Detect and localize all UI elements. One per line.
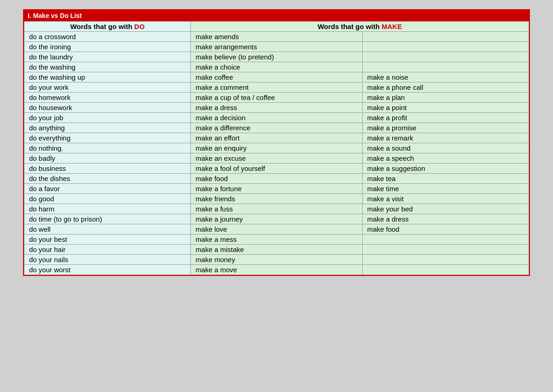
- table-row: make a move: [191, 265, 362, 275]
- table-row: do nothing.: [24, 143, 191, 153]
- header-make: Words that go with MAKE: [191, 22, 529, 32]
- table-row: make a suggestion: [362, 164, 529, 174]
- table-row: make a plan: [362, 93, 529, 103]
- header-make-text: Words that go with: [318, 23, 382, 30]
- table-row: make a mistake: [191, 245, 362, 255]
- table-row: do your nails: [24, 255, 191, 265]
- table-row: do homework: [24, 93, 191, 103]
- table-row: make an excuse: [191, 153, 362, 164]
- table-row: [362, 52, 529, 62]
- table-row: make an effort: [191, 133, 362, 143]
- table-row: do housework: [24, 103, 191, 113]
- table-row: make your bed: [362, 204, 529, 214]
- page-title: I. Make vs Do List: [28, 12, 82, 19]
- table-row: make food: [191, 174, 362, 184]
- table-row: do a crossword: [24, 32, 191, 42]
- table-row: do a favor: [24, 184, 191, 194]
- table-row: do harm: [24, 204, 191, 214]
- table-row: make a comment: [191, 82, 362, 93]
- table-row: do time (to go to prison): [24, 214, 191, 224]
- table-row: make a noise: [362, 72, 529, 82]
- table-row: make tea: [362, 174, 529, 184]
- table-row: make a speech: [362, 153, 529, 164]
- table-row: do your job: [24, 113, 191, 123]
- table-row: make a difference: [191, 123, 362, 133]
- header-do-text: Words that go with: [70, 23, 134, 30]
- table-row: do the laundry: [24, 52, 191, 62]
- table-row: [362, 255, 529, 265]
- table-row: make a promise: [362, 123, 529, 133]
- table-row: [362, 245, 529, 255]
- table-row: make a mess: [191, 234, 362, 245]
- table-row: [362, 265, 529, 275]
- table-row: do your hair: [24, 245, 191, 255]
- header-do-word: DO: [134, 23, 145, 30]
- table-row: do everything: [24, 133, 191, 143]
- table-row: do the ironing: [24, 42, 191, 52]
- table-row: make a point: [362, 103, 529, 113]
- table-row: make a sound: [362, 143, 529, 153]
- main-container: I. Make vs Do List Words that go with DO…: [23, 9, 530, 276]
- table-row: [362, 62, 529, 72]
- table-row: [362, 234, 529, 245]
- table-row: do well: [24, 224, 191, 234]
- table-row: do good: [24, 194, 191, 204]
- table-row: make friends: [191, 194, 362, 204]
- table-row: make a dress: [362, 214, 529, 224]
- table-wrapper: Words that go with DO Words that go with…: [24, 21, 529, 275]
- table-row: do the dishes: [24, 174, 191, 184]
- table-row: do anything: [24, 123, 191, 133]
- table-row: make a decision: [191, 113, 362, 123]
- table-row: make food: [362, 224, 529, 234]
- header-do: Words that go with DO: [24, 22, 191, 32]
- table-row: make believe (to pretend): [191, 52, 362, 62]
- table-row: do the washing up: [24, 72, 191, 82]
- table-row: do business: [24, 164, 191, 174]
- table-row: make a journey: [191, 214, 362, 224]
- table-row: make amends: [191, 32, 362, 42]
- title-bar: I. Make vs Do List: [24, 10, 529, 21]
- table-row: make a phone call: [362, 82, 529, 93]
- table-row: do your best: [24, 234, 191, 245]
- table-row: make a cup of tea / coffee: [191, 93, 362, 103]
- table-row: [362, 32, 529, 42]
- table-row: make love: [191, 224, 362, 234]
- table-row: [362, 42, 529, 52]
- table-row: do badly: [24, 153, 191, 164]
- table-row: make money: [191, 255, 362, 265]
- table-row: do your worst: [24, 265, 191, 275]
- table-row: make a dress: [191, 103, 362, 113]
- table-row: make a choice: [191, 62, 362, 72]
- table-row: do your work: [24, 82, 191, 93]
- table-row: make time: [362, 184, 529, 194]
- vocabulary-table: Words that go with DO Words that go with…: [24, 21, 529, 275]
- table-row: make coffee: [191, 72, 362, 82]
- table-row: make a remark: [362, 133, 529, 143]
- table-row: make an enquiry: [191, 143, 362, 153]
- header-make-word: MAKE: [382, 23, 402, 30]
- table-row: make arrangements: [191, 42, 362, 52]
- table-row: make a fuss: [191, 204, 362, 214]
- table-row: make a profit: [362, 113, 529, 123]
- table-row: do the washing: [24, 62, 191, 72]
- table-row: make a fool of yourself: [191, 164, 362, 174]
- table-row: make a visit: [362, 194, 529, 204]
- table-row: make a fortune: [191, 184, 362, 194]
